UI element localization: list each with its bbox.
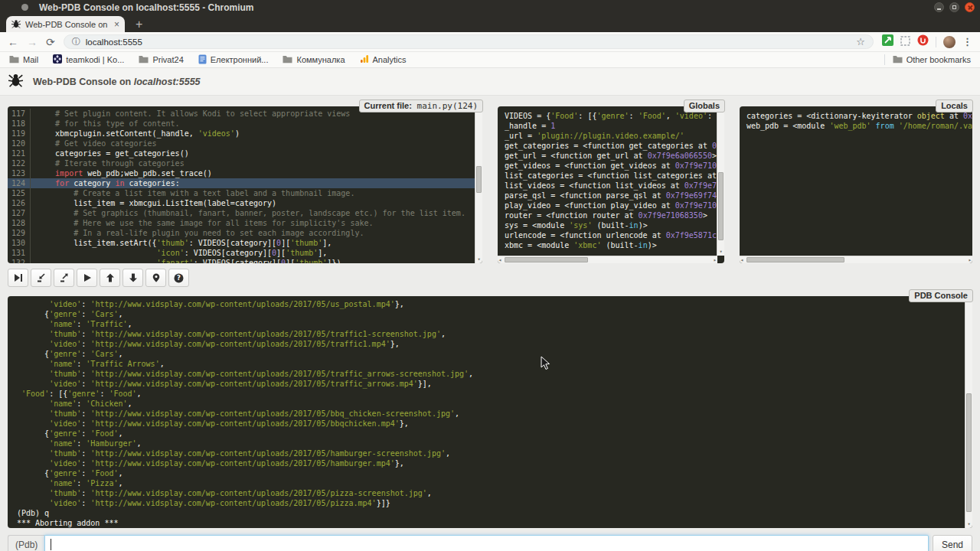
folder-icon	[139, 55, 149, 65]
bookmark-item[interactable]: Mail	[9, 54, 38, 66]
maximize-button[interactable]	[949, 2, 959, 12]
browser-tab[interactable]: Web-PDB Console on loca ×	[6, 16, 125, 32]
window-titlebar: Web-PDB Console on localhost:5555 - Chro…	[0, 0, 980, 15]
new-tab-button[interactable]: +	[136, 18, 142, 31]
bookmark-item[interactable]: Privat24	[139, 54, 183, 66]
variable-line: play_video = <function play_video at 0x7…	[505, 201, 724, 210]
webpdb-logo-bug-icon	[8, 73, 23, 90]
other-bookmarks-button[interactable]: Other bookmarks	[893, 55, 971, 65]
variable-line: _handle = 1	[505, 121, 724, 131]
console-line: 'video': 'http://www.vidsplay.com/wp-con…	[17, 299, 972, 309]
bookmarks-separator	[884, 54, 885, 65]
code-line: 132 'fanart': VIDEOS[category][0]['thumb…	[8, 258, 482, 263]
console-line: 'video': 'http://www.vidsplay.com/wp-con…	[17, 458, 972, 468]
bookmark-label: Mail	[23, 55, 38, 64]
address-bar[interactable]: ⓘ localhost:5555 ☆	[64, 34, 874, 49]
console-line: 'thumb': 'http://www.vidsplay.com/wp-con…	[17, 448, 972, 458]
url-text: localhost:5555	[86, 37, 142, 47]
help-button[interactable]: ?	[168, 269, 189, 287]
profile-avatar[interactable]	[943, 36, 956, 48]
locals-tab: Locals	[936, 99, 973, 112]
code-line: 126 list_item = xbmcgui.ListItem(label=c…	[8, 198, 482, 208]
folder-icon	[9, 55, 19, 65]
bookmark-label: Електронний...	[211, 55, 269, 64]
globals-lines: VIDEOS = {'Food': [{'genre': 'Food', 'vi…	[498, 106, 724, 250]
down-button[interactable]	[122, 269, 143, 287]
up-button[interactable]	[100, 269, 120, 287]
reload-icon[interactable]: ⟳	[46, 37, 55, 47]
browser-menu-icon[interactable]: ⋮	[962, 36, 972, 47]
line-number: 132	[8, 258, 31, 263]
code-line: 125 # Create a list item with a text lab…	[8, 188, 482, 198]
scrollbar-thumb[interactable]	[718, 172, 724, 241]
bookmark-label: Коммуналка	[296, 55, 345, 64]
line-number: 125	[8, 188, 31, 198]
variable-line: get_videos = <function get_videos at 0x7…	[505, 161, 724, 171]
send-button[interactable]: Send	[933, 535, 972, 551]
where-button[interactable]	[145, 269, 166, 287]
step-into-button[interactable]	[31, 269, 51, 287]
back-icon[interactable]: ←	[8, 37, 18, 47]
line-number: 123	[8, 168, 31, 178]
extension-blocker-icon[interactable]	[917, 34, 929, 49]
code-line: 120 # Get video categories	[8, 139, 482, 148]
console-line: 'video': 'http://www.vidsplay.com/wp-con…	[17, 379, 972, 389]
globals-vertical-scrollbar[interactable]	[717, 106, 724, 256]
variable-line: list_videos = <function list_videos at 0…	[505, 181, 724, 191]
extension-green-icon[interactable]	[882, 34, 893, 49]
code-vertical-scrollbar[interactable]	[475, 106, 482, 263]
console-line: 'thumb': 'http://www.vidsplay.com/wp-con…	[17, 409, 972, 419]
text-caret	[51, 539, 51, 550]
site-info-icon[interactable]: ⓘ	[72, 36, 80, 47]
code-view: 117 # Set plugin content. It allows Kodi…	[8, 106, 482, 263]
line-number: 126	[8, 198, 31, 208]
scrollbar-thumb[interactable]	[505, 257, 588, 262]
scrollbar-thumb[interactable]	[966, 393, 972, 512]
line-number: 131	[8, 248, 31, 258]
line-number: 130	[8, 238, 31, 248]
bookmark-item[interactable]: Analytics	[360, 54, 407, 66]
step-out-button[interactable]	[54, 269, 74, 287]
code-line: 118 # for this type of content.	[8, 119, 482, 129]
code-lines: 117 # Set plugin content. It allows Kodi…	[8, 106, 482, 263]
forward-icon[interactable]: →	[27, 37, 38, 47]
tab-favicon-bug-icon	[11, 19, 21, 30]
bookmark-star-icon[interactable]: ☆	[856, 36, 865, 47]
scrollbar-thumb[interactable]	[476, 166, 482, 193]
bookmark-item[interactable]: Коммуналка	[283, 54, 345, 66]
folder-icon	[893, 55, 903, 65]
line-number: 122	[8, 158, 31, 168]
tab-close-icon[interactable]: ×	[114, 20, 119, 29]
console-line: 'thumb': 'http://www.vidsplay.com/wp-con…	[17, 369, 972, 379]
window-title: Web-PDB Console on localhost:5555 - Chro…	[39, 2, 253, 13]
console-vertical-scrollbar[interactable]	[965, 296, 972, 528]
locals-panel: Locals categories = <dictionary-keyitera…	[740, 106, 972, 263]
code-line: 121 categories = get_categories()	[8, 148, 482, 158]
extension-capture-icon[interactable]	[900, 35, 910, 49]
scrollbar-thumb[interactable]	[746, 257, 844, 262]
line-number: 119	[8, 129, 31, 139]
code-line: 131 'icon': VIDEOS[category][0]['thumb']…	[8, 248, 482, 258]
continue-button[interactable]	[77, 269, 97, 287]
pdb-command-input[interactable]	[44, 535, 929, 551]
tab-title: Web-PDB Console on loca	[25, 20, 109, 29]
code-line: 129 # In a real-life plugin you need to …	[8, 228, 482, 238]
variable-line: web_pdb = <module 'web_pdb' from '/home/…	[746, 121, 972, 131]
kodi-icon	[53, 54, 62, 65]
bookmark-item[interactable]: Електронний...	[198, 54, 269, 66]
console-line: (Pdb) q	[17, 508, 972, 518]
close-window-button[interactable]	[965, 2, 975, 12]
console-line: {'genre': 'Cars',	[17, 349, 972, 359]
variable-line: xbmc = <module 'xbmc' (built-in)>	[505, 240, 724, 250]
globals-panel: Globals VIDEOS = {'Food': [{'genre': 'Fo…	[498, 106, 724, 263]
line-number: 127	[8, 208, 31, 218]
minimize-button[interactable]	[934, 2, 944, 12]
console-output: 'video': 'http://www.vidsplay.com/wp-con…	[8, 296, 972, 528]
globals-horizontal-scrollbar[interactable]	[498, 256, 717, 263]
bookmark-item[interactable]: teamkodi | Ko...	[53, 54, 124, 66]
locals-horizontal-scrollbar[interactable]	[740, 256, 972, 263]
variable-line: urlencode = <function urlencode at 0x7f9…	[505, 230, 724, 240]
next-button[interactable]	[8, 269, 28, 287]
console-line: *** Aborting addon ***	[17, 518, 972, 528]
line-number: 118	[8, 119, 31, 129]
